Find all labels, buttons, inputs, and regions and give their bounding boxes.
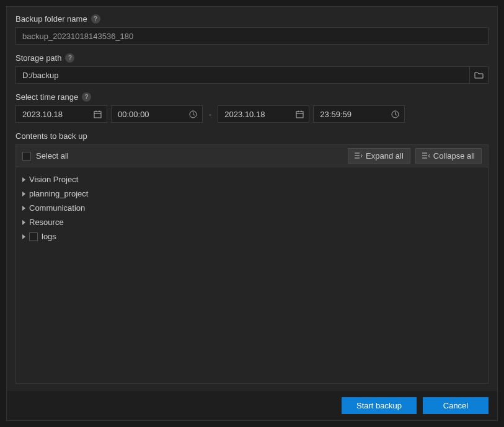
tree-item[interactable]: Communication	[16, 201, 488, 215]
chevron-right-icon	[22, 177, 25, 182]
start-date-input[interactable]	[16, 106, 89, 123]
folder-icon	[474, 71, 484, 79]
start-backup-button[interactable]: Start backup	[342, 397, 417, 414]
label-text: Select time range	[15, 92, 78, 102]
end-time-input[interactable]	[314, 106, 386, 123]
chevron-right-icon	[22, 191, 25, 196]
expand-all-button[interactable]: Expand all	[348, 148, 410, 164]
checkbox-icon	[22, 152, 31, 161]
expand-icon	[355, 152, 363, 159]
storage-path-label: Storage path ?	[15, 53, 489, 63]
tree-item[interactable]: planning_project	[16, 187, 488, 201]
end-time-field[interactable]	[313, 105, 405, 123]
start-time-input[interactable]	[112, 106, 184, 123]
help-icon[interactable]: ?	[82, 92, 91, 102]
select-all-label: Select all	[36, 151, 69, 161]
label-text: Storage path	[15, 53, 61, 63]
end-date-input[interactable]	[218, 106, 291, 123]
tree-item[interactable]: Resource	[16, 215, 488, 229]
start-time-field[interactable]	[111, 105, 203, 123]
contents-section: Select all Expand all	[15, 144, 489, 384]
collapse-all-label: Collapse all	[433, 151, 475, 161]
footer: Start backup Cancel	[7, 391, 497, 420]
chevron-right-icon	[22, 220, 25, 225]
cancel-button[interactable]: Cancel	[423, 397, 489, 414]
tree-item[interactable]: Vision Project	[16, 172, 488, 187]
tree-item-label: Vision Project	[29, 175, 78, 184]
browse-folder-button[interactable]	[470, 66, 489, 84]
chevron-right-icon	[22, 234, 25, 239]
backup-folder-name-input[interactable]	[15, 27, 489, 45]
storage-path-input[interactable]	[15, 66, 470, 84]
chevron-right-icon	[22, 206, 25, 211]
calendar-icon[interactable]	[89, 110, 107, 118]
backup-panel: Backup folder name ? Storage path ? Sele…	[6, 6, 498, 421]
calendar-icon[interactable]	[291, 110, 309, 118]
label-text: Contents to back up	[15, 131, 87, 141]
form-area: Backup folder name ? Storage path ? Sele…	[7, 7, 497, 391]
time-range-label: Select time range ?	[15, 92, 489, 102]
collapse-icon	[422, 152, 430, 159]
tree-item-label: Resource	[29, 218, 64, 227]
svg-line-6	[193, 114, 195, 115]
expand-all-label: Expand all	[366, 151, 404, 161]
tree-item-label: planning_project	[29, 189, 88, 198]
collapse-all-button[interactable]: Collapse all	[415, 148, 482, 164]
label-text: Backup folder name	[15, 14, 87, 24]
select-all-checkbox[interactable]: Select all	[22, 151, 69, 161]
clock-icon[interactable]	[184, 110, 202, 118]
contents-tree: Vision Projectplanning_projectCommunicat…	[15, 167, 489, 384]
tree-item[interactable]: logs	[16, 229, 488, 244]
svg-rect-7	[296, 112, 303, 118]
tree-item-label: logs	[42, 232, 56, 241]
backup-folder-name-label: Backup folder name ?	[15, 14, 489, 24]
checkbox-icon[interactable]	[29, 232, 38, 241]
svg-line-13	[396, 114, 397, 115]
range-separator: -	[206, 110, 214, 119]
tree-item-label: Communication	[29, 203, 85, 213]
contents-label: Contents to back up	[15, 131, 489, 141]
clock-icon[interactable]	[386, 110, 404, 118]
svg-rect-0	[94, 112, 101, 118]
help-icon[interactable]: ?	[65, 53, 74, 63]
start-date-field[interactable]	[15, 105, 107, 123]
end-date-field[interactable]	[218, 105, 309, 123]
contents-toolbar: Select all Expand all	[15, 144, 489, 167]
help-icon[interactable]: ?	[91, 14, 100, 24]
